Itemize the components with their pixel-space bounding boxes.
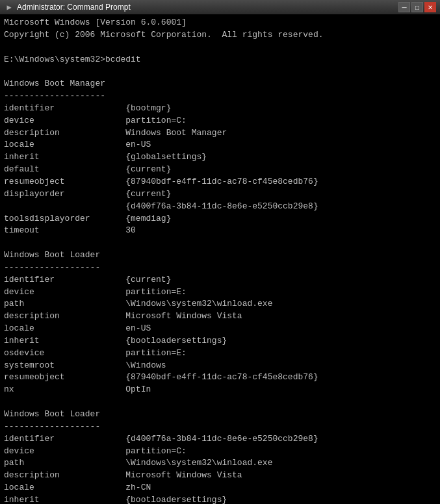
console-line: inherit {globalsettings} [4, 151, 436, 164]
console-line: identifier {bootmgr} [4, 103, 436, 115]
console-line: Copyright (c) 2006 Microsoft Corporation… [4, 29, 436, 42]
console-line: osdevice partition=E: [4, 347, 436, 360]
console-line: Windows Boot Manager [4, 78, 436, 90]
title-bar: ▶ Administrator: Command Prompt ─ □ ✕ [0, 0, 440, 14]
console-line: resumeobject {87940bdf-e4ff-11dc-ac78-cf… [4, 372, 436, 384]
console-line [4, 66, 436, 78]
console-line: path \Windows\system32\winload.exe [4, 457, 436, 470]
console-line: timeout 30 [4, 225, 436, 237]
console-line: device partition=C: [4, 115, 436, 127]
console-line: description Windows Boot Manager [4, 127, 436, 140]
console-line: ------------------- [4, 262, 436, 274]
window-controls: ─ □ ✕ [398, 2, 436, 12]
minimize-button[interactable]: ─ [398, 2, 410, 12]
console-output[interactable]: Microsoft Windows [Version 6.0.6001]Copy… [0, 14, 440, 504]
close-button[interactable]: ✕ [424, 2, 436, 12]
window-container: ▶ Administrator: Command Prompt ─ □ ✕ Mi… [0, 0, 440, 504]
console-line: inherit {bootloadersettings} [4, 335, 436, 347]
console-line: ------------------- [4, 421, 436, 433]
console-line: device partition=C: [4, 446, 436, 458]
console-line: displayorder {current} [4, 188, 436, 201]
maximize-button[interactable]: □ [411, 2, 423, 12]
console-line: description Microsoft Windows Vista [4, 470, 436, 482]
console-line: locale en-US [4, 323, 436, 335]
console-line [4, 396, 436, 409]
console-line: description Microsoft Windows Vista [4, 310, 436, 323]
console-line: locale en-US [4, 139, 436, 151]
console-line: identifier {current} [4, 274, 436, 286]
console-line: Windows Boot Loader [4, 249, 436, 262]
console-line: systemroot \Windows [4, 360, 436, 372]
console-line: nx OptIn [4, 384, 436, 396]
console-line: path \Windows\system32\winload.exe [4, 298, 436, 310]
console-line: E:\Windows\system32>bcdedit [4, 54, 436, 66]
console-line: resumeobject {87940bdf-e4ff-11dc-ac78-cf… [4, 176, 436, 188]
console-line: Microsoft Windows [Version 6.0.6001] [4, 17, 436, 29]
console-line [4, 237, 436, 249]
console-line: Windows Boot Loader [4, 409, 436, 421]
console-line: toolsdisplayorder {memdiag} [4, 213, 436, 225]
console-line: -------------------- [4, 90, 436, 103]
console-line: identifier {d400f76a-3b84-11dc-8e6e-e525… [4, 433, 436, 446]
console-line: inherit {bootloadersettings} [4, 494, 436, 504]
app-icon: ▶ [4, 2, 14, 12]
console-line: locale zh-CN [4, 482, 436, 494]
console-line [4, 42, 436, 54]
console-line: default {current} [4, 164, 436, 176]
window-title: Administrator: Command Prompt [17, 3, 398, 12]
console-line: {d400f76a-3b84-11dc-8e6e-e5250ccb29e8} [4, 201, 436, 213]
console-line: device partition=E: [4, 286, 436, 299]
